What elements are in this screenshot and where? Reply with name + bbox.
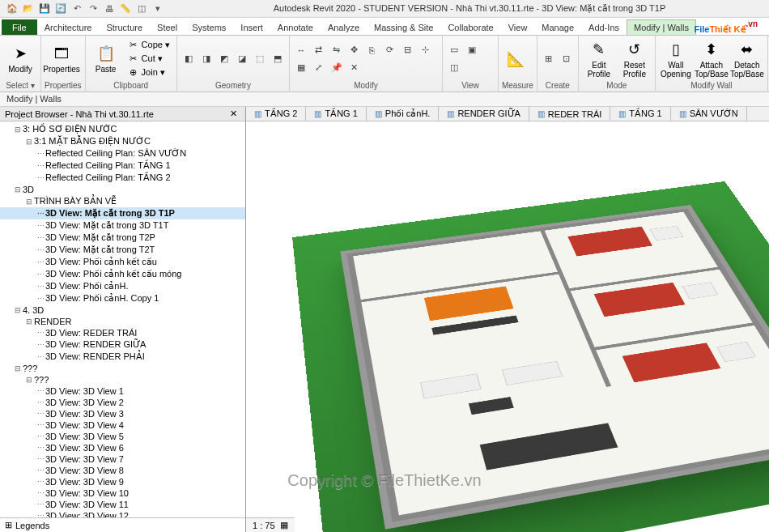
ribbon-tab-systems[interactable]: Systems [185,19,233,35]
collapse-icon[interactable]: ⊟ [24,198,34,206]
collapse-icon[interactable]: ⊟ [13,185,23,194]
tree-item[interactable]: ⊟ RENDER [0,316,245,327]
tree-item[interactable]: ⋯ 3D View: 3D View 11 [0,499,245,510]
collapse-icon[interactable]: ⊟ [13,306,23,314]
tree-item[interactable]: ⋯ 3D View: Mặt cắt trong 3D T1T [0,219,245,232]
tree-item[interactable]: ⊟ ??? [0,374,245,385]
qat-print-icon[interactable]: 🖶 [102,2,117,16]
view-tab[interactable]: ▥TẦNG 1 [610,107,670,121]
close-icon[interactable]: ✕ [227,109,240,119]
qat-save-icon[interactable]: 💾 [37,2,52,16]
tree-item[interactable]: ⋯ 3D View: 3D View 9 [0,476,245,487]
ribbon-tab-addins[interactable]: Add-Ins [581,19,627,35]
geom-tool-icon[interactable]: ◨ [198,51,215,67]
join-button[interactable]: ⊕Join ▾ [125,66,173,79]
create-tool-icon[interactable]: ⊡ [559,51,575,67]
tree-item[interactable]: ⋯ 3D View: Mặt cắt trong 3D T1P [0,207,245,219]
tree-item[interactable]: ⋯ 3D View: 3D View 2 [0,397,245,408]
ribbon-tab-massing[interactable]: Massing & Site [367,19,440,35]
project-browser-footer[interactable]: ⊞ Legends [0,517,245,532]
pin-icon[interactable]: 📌 [329,60,345,76]
paste-button[interactable]: 📋 Paste [89,38,123,80]
modify-button[interactable]: ➤ Modify [3,38,37,80]
tree-item[interactable]: ⋯ 3D View: 3D View 1 [0,385,245,397]
ribbon-tab-analyze[interactable]: Analyze [321,19,367,35]
ribbon-tab-structure[interactable]: Structure [99,19,150,35]
ribbon-tab-view[interactable]: View [501,19,535,35]
tree-item[interactable]: ⋯ 3D View: Phối cảnH. Copy 1 [0,292,245,304]
project-tree[interactable]: ⊟ 3: HỒ SƠ ĐIỆN NƯỚC⊟ 3:1 MẶT BẰNG ĐIỆN … [0,121,245,517]
tree-item[interactable]: ⋯ Reflected Ceiling Plan: TẦNG 2 [0,172,245,184]
tree-item[interactable]: ⋯ 3D View: RENDER GIỮA [0,338,245,351]
offset-icon[interactable]: ⇄ [311,42,327,58]
tree-item[interactable]: ⋯ 3D View: 3D View 10 [0,487,245,499]
ribbon-tab-steel[interactable]: Steel [150,19,185,35]
view-control-icon[interactable]: ▦ [280,520,288,530]
trim-icon[interactable]: ⊟ [400,42,416,58]
collapse-icon[interactable]: ⊟ [24,138,34,146]
array-icon[interactable]: ▦ [293,60,309,76]
collapse-icon[interactable]: ⊟ [24,317,34,326]
edit-profile-button[interactable]: ✎ Edit Profile [582,38,616,80]
cut-button[interactable]: ✂Cut ▾ [125,53,173,66]
view-tab[interactable]: ▥RENDER GIỮA [439,107,529,121]
tree-item[interactable]: ⋯ Reflected Ceiling Plan: TẦNG 1 [0,160,245,172]
tree-item[interactable]: ⊟ TRÌNH BÀY BẢN VẼ [0,195,245,207]
cope-button[interactable]: ✂Cope ▾ [125,39,173,52]
view-tool-icon[interactable]: ▭ [446,42,462,58]
tree-item[interactable]: ⋯ Reflected Ceiling Plan: SÂN VƯỜN [0,147,245,160]
tree-item[interactable]: ⋯ 3D View: Phối cảnh kết cấu móng [0,268,245,280]
wall-opening-button[interactable]: ▯ Wall Opening [659,38,693,80]
tree-item[interactable]: ⋯ 3D View: 3D View 3 [0,408,245,419]
ribbon-tab-insert[interactable]: Insert [233,19,270,35]
reset-profile-button[interactable]: ↺ Reset Profile [618,38,652,80]
view-tab[interactable]: ▥REDER TRÁI [529,107,610,121]
view-tool-icon[interactable]: ◫ [446,60,462,76]
properties-button[interactable]: 🗔 Properties [45,38,79,80]
ribbon-tab-manage[interactable]: Manage [534,19,581,35]
move-icon[interactable]: ✥ [346,42,363,58]
tree-item[interactable]: ⋯ 3D View: 3D View 6 [0,442,245,453]
view-tab[interactable]: ▥TẦNG 1 [306,107,366,121]
tree-item[interactable]: ⋯ 3D View: 3D View 12 [0,510,245,517]
geom-tool-icon[interactable]: ◪ [234,51,250,67]
collapse-icon[interactable]: ⊟ [24,376,34,384]
detach-button[interactable]: ⬌ Detach Top/Base [730,38,764,80]
ribbon-tab-architecture[interactable]: Architecture [37,19,100,35]
copy-icon[interactable]: ⎘ [364,42,380,58]
collapse-icon[interactable]: ⊟ [13,364,23,372]
view-tool-icon[interactable]: ▣ [464,42,480,58]
tree-item[interactable]: ⋯ 3D View: 3D View 7 [0,453,245,465]
view-tab[interactable]: ▥TẦNG 2 [246,107,306,121]
tree-item[interactable]: ⋯ 3D View: Phối cảnh kết cấu [0,256,245,268]
align-icon[interactable]: ↔ [293,42,309,58]
qat-measure-icon[interactable]: 📏 [118,2,133,16]
drawing-canvas[interactable] [246,121,769,532]
tree-item[interactable]: ⋯ 3D View: RENDER PHẢI [0,351,245,363]
rotate-icon[interactable]: ⟳ [382,42,398,58]
delete-icon[interactable]: ✕ [346,60,363,76]
view-tab[interactable]: ▥Phối cảnH. [367,107,440,121]
tree-item[interactable]: ⋯ 3D View: REDER TRÁI [0,327,245,338]
view-tab[interactable]: ▥SÂN VƯỜN [671,107,747,121]
qat-undo-icon[interactable]: ↶ [70,2,84,16]
tree-item[interactable]: ⊟ 3: HỒ SƠ ĐIỆN NƯỚC [0,123,245,135]
tree-item[interactable]: ⋯ 3D View: Mặt cắt trong T2P [0,232,245,244]
ribbon-tab-annotate[interactable]: Annotate [270,19,321,35]
split-icon[interactable]: ⊹ [418,42,434,58]
tree-item[interactable]: ⋯ 3D View: 3D View 8 [0,465,245,476]
mirror-icon[interactable]: ⇋ [329,42,345,58]
ribbon-tab-modify-walls[interactable]: Modify | Walls [627,19,696,35]
view-scale[interactable]: 1 : 75 ▦ [246,517,295,532]
qat-redo-icon[interactable]: ↷ [86,2,100,16]
tree-item[interactable]: ⋯ 3D View: 3D View 4 [0,419,245,431]
qat-section-icon[interactable]: ◫ [134,2,149,16]
geom-tool-icon[interactable]: ◩ [216,51,232,67]
qat-open-icon[interactable]: 📂 [21,2,36,16]
collapse-icon[interactable]: ⊟ [13,126,23,134]
scale-icon[interactable]: ⤢ [311,60,327,76]
measure-button[interactable]: 📐 [502,38,529,80]
geom-tool-icon[interactable]: ⬒ [270,51,286,67]
attach-button[interactable]: ⬍ Attach Top/Base [695,38,729,80]
geom-tool-icon[interactable]: ⬚ [252,51,268,67]
